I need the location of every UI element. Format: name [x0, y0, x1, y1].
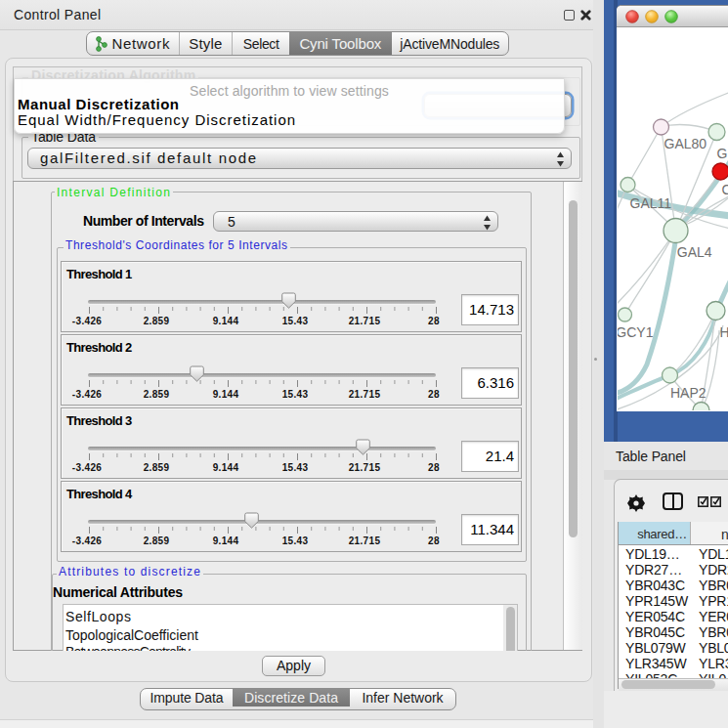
svg-text:GAL80: GAL80: [664, 136, 707, 151]
svg-text:C: C: [721, 182, 728, 197]
svg-text:H: H: [719, 324, 728, 340]
svg-text:GAL4: GAL4: [676, 244, 711, 260]
svg-text:GCY1: GCY1: [618, 324, 654, 340]
svg-text:HAP2: HAP2: [670, 385, 707, 401]
svg-text:G.: G.: [716, 146, 728, 161]
svg-text:GAL11: GAL11: [629, 195, 671, 211]
